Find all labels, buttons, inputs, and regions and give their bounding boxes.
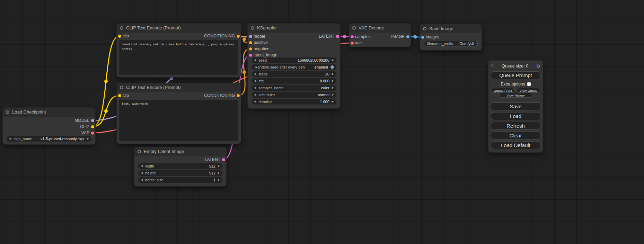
load-default-button[interactable]: Load Default [491,141,540,149]
node-empty-latent-image[interactable]: Empty Latent Image LATENT ◀ width 512 ▶ … [134,147,226,186]
widget-label: filename_prefix [427,42,453,46]
node-vae-decode[interactable]: VAE Decode samples IMAGE vae [349,24,411,47]
clear-button[interactable]: Clear [491,132,540,139]
positive-input-dot[interactable] [249,41,252,44]
decrement-arrow-icon[interactable]: ◀ [254,78,256,84]
widget-ckpt-name[interactable]: ◀ ckpt_name v1-5-pruned-emaonly.ckpt ▶ [7,136,91,142]
input-slot-positive[interactable]: positive [248,39,303,46]
widget-batch-size[interactable]: ◀ batch_size 1 ▶ [138,177,222,183]
model-output-dot[interactable] [91,119,94,122]
widget-seed[interactable]: ◀ seed 156680208700286 ▶ [252,57,336,63]
node-title-bar[interactable]: Load Checkpoint [3,108,95,117]
latent-output-dot[interactable] [222,158,225,161]
collapse-dot-icon[interactable] [6,110,9,114]
output-slot-conditioning[interactable]: CONDITIONING [166,92,241,99]
decrement-arrow-icon[interactable]: ◀ [141,170,143,176]
node-title-bar[interactable]: CLIP Text Encode (Prompt) [117,24,241,33]
node-title-bar[interactable]: Save Image [420,24,482,33]
collapse-dot-icon[interactable] [352,26,356,30]
extra-options-checkbox[interactable] [527,82,531,86]
increment-arrow-icon[interactable]: ▶ [218,177,220,183]
collapse-dot-icon[interactable] [251,26,254,30]
decrement-arrow-icon[interactable]: ◀ [254,92,256,98]
node-title-bar[interactable]: KSampler [248,24,340,33]
input-slot-negative[interactable]: negative [248,46,303,52]
widget-steps[interactable]: ◀ steps 20 ▶ [252,71,336,77]
collapse-dot-icon[interactable] [138,150,141,153]
node-clip-text-encode-positive[interactable]: CLIP Text Encode (Prompt) clip CONDITION… [117,24,241,77]
output-slot-conditioning[interactable]: CONDITIONING [166,33,241,39]
refresh-button[interactable]: Refresh [491,122,540,130]
decrement-arrow-icon[interactable]: ◀ [254,71,256,77]
widget-width[interactable]: ◀ width 512 ▶ [138,163,222,169]
widget-denoise[interactable]: ◀ denoise 1.000 ▶ [252,99,336,105]
node-title-bar[interactable]: VAE Decode [349,24,411,33]
increment-arrow-icon[interactable]: ▶ [332,92,334,98]
output-slot-latent[interactable]: LATENT [285,33,340,39]
decrement-arrow-icon[interactable]: ◀ [254,57,256,63]
increment-arrow-icon[interactable]: ▶ [218,170,220,176]
widget-random-seed-toggle[interactable]: Random seed after every gen enabled [252,64,336,70]
collapse-dot-icon[interactable] [120,26,123,30]
node-load-checkpoint[interactable]: Load Checkpoint MODEL CLIP VAE ◀ ckpt_na… [3,108,95,144]
output-slot-clip[interactable]: CLIP [40,124,95,130]
positive-prompt-textarea[interactable]: beautiful scenery nature glass bottle la… [119,40,238,75]
load-button[interactable]: Load [491,112,540,120]
increment-arrow-icon[interactable]: ▶ [218,163,220,169]
comfy-menu-panel[interactable]: ⠿ Queue size: 0 ⚙ Queue Prompt Extra opt… [488,61,543,152]
output-slot-model[interactable]: MODEL [40,117,95,124]
node-title-bar[interactable]: CLIP Text Encode (Prompt) [117,83,241,92]
decrement-arrow-icon[interactable]: ◀ [141,177,143,183]
output-slot-latent[interactable]: LATENT [171,156,226,163]
decrement-arrow-icon[interactable]: ◀ [9,136,11,142]
node-title-bar[interactable]: Empty Latent Image [134,147,226,156]
output-slot-image[interactable]: IMAGE [374,34,411,40]
widget-scheduler[interactable]: ◀ scheduler normal ▶ [252,92,336,98]
widget-height[interactable]: ◀ height 512 ▶ [138,170,222,176]
negative-prompt-textarea[interactable]: text, watermark [119,100,238,141]
output-slot-vae[interactable]: VAE [40,130,95,136]
conditioning-output-dot[interactable] [237,35,240,38]
input-slot-vae[interactable]: vae [349,40,386,46]
toggle-knob[interactable] [330,65,334,69]
settings-gear-icon[interactable]: ⚙ [536,63,540,69]
view-queue-button[interactable]: View Queue [517,88,540,93]
decrement-arrow-icon[interactable]: ◀ [254,85,256,91]
negative-input-dot[interactable] [249,47,252,51]
increment-arrow-icon[interactable]: ▶ [332,85,334,91]
latent-output-dot[interactable] [336,35,339,38]
widget-filename-prefix[interactable]: filename_prefix ComfyUI [424,41,478,46]
vae-input-dot[interactable] [351,42,354,45]
decrement-arrow-icon[interactable]: ◀ [141,163,143,169]
model-input-dot[interactable] [249,35,252,38]
input-slot-images[interactable]: images [420,34,457,40]
images-input-dot[interactable] [421,36,424,39]
increment-arrow-icon[interactable]: ▶ [332,78,334,84]
clip-input-dot[interactable] [118,94,121,97]
clip-output-dot[interactable] [91,125,94,128]
node-clip-text-encode-negative[interactable]: CLIP Text Encode (Prompt) clip CONDITION… [117,83,241,144]
increment-arrow-icon[interactable]: ▶ [332,71,334,77]
collapse-dot-icon[interactable] [120,86,123,89]
queue-prompt-button[interactable]: Queue Prompt [491,71,540,79]
conditioning-output-dot[interactable] [237,94,240,97]
increment-arrow-icon[interactable]: ▶ [332,57,334,63]
drag-handle-icon[interactable]: ⠿ [491,64,494,69]
increment-arrow-icon[interactable]: ▶ [332,99,334,105]
collapse-dot-icon[interactable] [423,27,426,30]
node-canvas[interactable]: Load Checkpoint MODEL CLIP VAE ◀ ckpt_na… [0,0,644,244]
widget-cfg[interactable]: ◀ cfg 8.000 ▶ [252,78,336,84]
save-button[interactable]: Save [491,102,540,110]
widget-sampler-name[interactable]: ◀ sampler_name euler ▶ [252,85,336,91]
latent-image-input-dot[interactable] [249,54,252,57]
clip-input-dot[interactable] [118,35,121,38]
queue-front-button[interactable]: Queue Front [491,88,515,93]
samples-input-dot[interactable] [351,35,354,38]
image-output-dot[interactable] [406,35,409,38]
view-history-button[interactable]: View History [499,93,532,98]
vae-output-dot[interactable] [91,132,94,135]
increment-arrow-icon[interactable]: ▶ [87,136,89,142]
node-ksampler[interactable]: KSampler model LATENT positive negative … [248,24,340,108]
node-save-image[interactable]: Save Image images filename_prefix ComfyU… [420,24,482,50]
decrement-arrow-icon[interactable]: ◀ [254,99,256,105]
